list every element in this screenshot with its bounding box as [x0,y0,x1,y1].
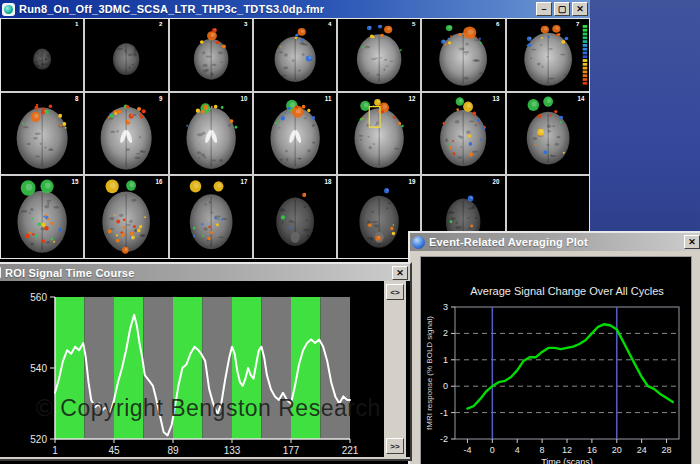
svg-text:7: 7 [576,21,580,27]
brain-slice-image: 12 [338,93,420,174]
svg-text:0: 0 [490,445,495,455]
expand-button[interactable]: <> [386,284,404,300]
roi-window-icon [0,266,1,279]
slice-cell[interactable]: 13 [422,93,504,174]
svg-text:11: 11 [325,95,332,102]
slice-cell[interactable]: 2 [85,19,167,91]
svg-text:45: 45 [108,445,120,456]
slice-cell[interactable]: 3 [170,19,252,91]
era-plot: Average Signal Change Over All CyclesfMR… [421,257,687,464]
svg-text:12: 12 [562,445,572,455]
roi-window-title: ROI Signal Time Course [3,267,390,279]
svg-text:-1: -1 [440,408,448,418]
brain-slice-image: 11 [254,93,336,174]
slice-cell[interactable]: 9 [85,93,167,174]
svg-text:16: 16 [156,178,163,185]
svg-text:5: 5 [412,21,416,27]
svg-text:20: 20 [493,178,500,185]
brain-slice-image: 8 [1,93,83,174]
slice-cell[interactable]: 11 [254,93,336,174]
svg-text:15: 15 [71,178,78,185]
svg-text:14: 14 [577,95,584,102]
minimize-button[interactable]: – [536,2,552,16]
svg-text:13: 13 [493,95,500,102]
slice-cell[interactable]: 10 [170,93,252,174]
slice-cell[interactable]: 18 [254,176,336,258]
svg-text:fMRI response (% BOLD signal): fMRI response (% BOLD signal) [425,316,434,430]
svg-text:221: 221 [342,445,359,456]
era-close-button[interactable]: ✕ [684,235,700,249]
slice-cell[interactable]: 17 [170,176,252,258]
slice-cell[interactable]: 12 [338,93,420,174]
brain-slice-image: 5 [338,19,420,91]
svg-text:3: 3 [243,21,247,27]
brain-slice-image: 4 [254,19,336,91]
svg-text:10: 10 [240,95,247,102]
slice-cell[interactable]: 16 [85,176,167,258]
roi-side-controls: <> >> [384,281,406,457]
svg-text:9: 9 [159,95,163,102]
era-window-title: Event-Related Averaging Plot [427,236,682,248]
svg-text:520: 520 [30,434,47,445]
plot-window-icon [412,236,425,249]
roi-close-button[interactable]: ✕ [392,266,408,280]
svg-text:177: 177 [283,445,300,456]
maximize-button[interactable]: ▢ [554,2,570,16]
svg-text:89: 89 [167,445,179,456]
brain-slice-image: 6 [422,19,504,91]
svg-text:133: 133 [224,445,241,456]
svg-text:6: 6 [496,21,500,27]
brain-slice-image: 9 [85,93,167,174]
svg-text:1: 1 [443,355,448,365]
roi-window: ROI Signal Time Course ✕ 520540560145891… [0,262,412,461]
brain-slice-image: 16 [85,176,167,258]
svg-text:4: 4 [328,21,332,27]
app-icon [2,3,15,16]
svg-text:16: 16 [587,445,597,455]
svg-text:3: 3 [443,302,448,312]
roi-window-body: 52054056014589133177221 <> >> © Copyrigh… [0,281,410,457]
svg-text:17: 17 [240,178,247,185]
slice-cell[interactable]: 14 [507,93,589,174]
slice-cell[interactable]: 4 [254,19,336,91]
svg-text:-4: -4 [463,445,471,455]
fmr-window-title: Run8_On_Off_3DMC_SCSA_LTR_THP3c_TDTS3.0d… [17,3,534,15]
svg-text:Average Signal Change Over All: Average Signal Change Over All Cycles [470,285,664,297]
close-button[interactable]: ✕ [572,2,588,16]
brain-slice-image: 1 [1,19,83,91]
svg-text:0: 0 [443,381,448,391]
svg-text:1: 1 [75,21,79,27]
svg-text:28: 28 [662,445,672,455]
era-window-body: Average Signal Change Over All CyclesfMR… [410,251,700,464]
slice-cell[interactable]: 1 [1,19,83,91]
slice-cell[interactable]: 8 [1,93,83,174]
svg-text:-2: -2 [440,434,448,444]
svg-text:2: 2 [443,328,448,338]
era-plot-frame: Average Signal Change Over All CyclesfMR… [420,256,692,464]
brain-slice-image: 15 [1,176,83,258]
svg-text:2: 2 [159,21,163,27]
svg-text:1: 1 [52,445,58,456]
era-window: Event-Related Averaging Plot ✕ Average S… [408,231,700,464]
svg-text:8: 8 [540,445,545,455]
roi-window-titlebar[interactable]: ROI Signal Time Course ✕ [0,264,410,281]
brain-slice-image: 17 [170,176,252,258]
brain-slice-image: 2 [85,19,167,91]
svg-text:540: 540 [30,363,47,374]
brain-slice-image: 13 [422,93,504,174]
svg-text:Time (scans): Time (scans) [541,457,593,464]
svg-text:4: 4 [515,445,520,455]
svg-text:24: 24 [637,445,647,455]
era-window-titlebar[interactable]: Event-Related Averaging Plot ✕ [410,233,700,251]
slice-cell[interactable]: 7 [507,19,589,91]
forward-button[interactable]: >> [386,438,404,454]
svg-text:8: 8 [75,95,79,102]
slice-cell[interactable]: 15 [1,176,83,258]
svg-text:12: 12 [409,95,416,102]
brain-slice-image: 18 [254,176,336,258]
svg-text:560: 560 [30,292,47,303]
brain-slice-image: 3 [170,19,252,91]
slice-cell[interactable]: 5 [338,19,420,91]
fmr-window-titlebar[interactable]: Run8_On_Off_3DMC_SCSA_LTR_THP3c_TDTS3.0d… [0,0,590,18]
slice-cell[interactable]: 6 [422,19,504,91]
